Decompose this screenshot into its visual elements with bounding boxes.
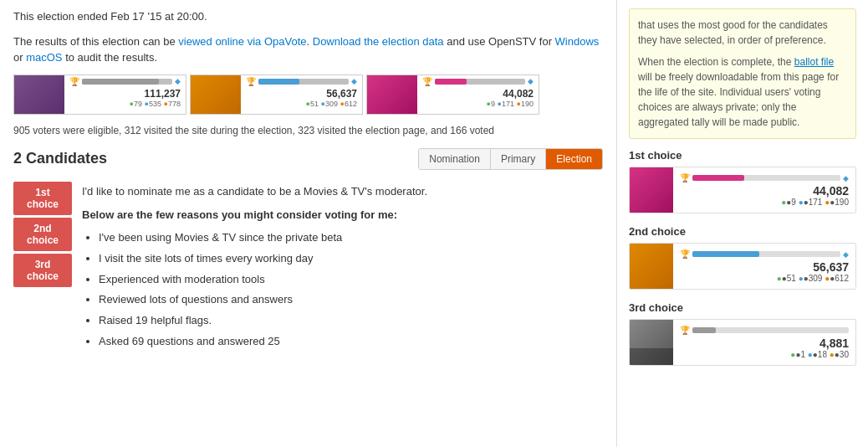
trophy-icon-2: 🏆 bbox=[680, 249, 690, 259]
reason-4: Reviewed lots of questions and answers bbox=[99, 291, 596, 309]
reason-1: I've been using Movies & TV since the pr… bbox=[99, 229, 596, 247]
candidate-avatar-3 bbox=[367, 75, 417, 115]
diamond-icon-1: ◆ bbox=[843, 174, 849, 182]
trophy-icon-3: 🏆 bbox=[680, 326, 690, 335]
reason-3: Experienced with moderation tools bbox=[99, 271, 596, 289]
candidate-detail: 1st choice 2nd choice 3rd choice I'd lik… bbox=[13, 180, 603, 357]
candidates-count: 2 Candidates bbox=[13, 150, 107, 167]
candidate-info-2: 🏆 ◆ 56,637 ●51 ●309 ●612 bbox=[241, 75, 362, 114]
reasons-list: I've been using Movies & TV since the pr… bbox=[99, 229, 596, 351]
candidate-card-3: 🏆 ◆ 44,082 ●9 ●171 ●190 bbox=[366, 74, 539, 115]
ballot-file-link[interactable]: ballot file bbox=[794, 56, 834, 68]
tab-election[interactable]: Election bbox=[546, 149, 602, 169]
candidate-card-1: 🏆 ◆ 111,237 ●79 ●535 ●778 bbox=[13, 74, 186, 115]
badge-1st-choice[interactable]: 1st choice bbox=[13, 182, 72, 215]
third-choice-label: 3rd choice bbox=[629, 301, 856, 314]
third-choice-avatar bbox=[630, 320, 673, 365]
third-choice-dots: ●●1 ●●18 ●●30 bbox=[680, 350, 849, 359]
reason-2: I visit the site lots of times every wor… bbox=[99, 250, 596, 268]
third-choice-body: 🏆 4,881 ●●1 ●●18 ●●30 bbox=[673, 322, 855, 362]
stats-text: 905 voters were eligible, 312 visited th… bbox=[13, 123, 603, 138]
third-choice-score: 4,881 bbox=[680, 337, 849, 350]
candidate-avatar-2 bbox=[191, 75, 241, 115]
second-choice-card: 🏆 ◆ 56,637 ●●51 ●●309 ●●612 bbox=[629, 243, 856, 290]
candidate-intro: I'd like to nominate me as a candidate t… bbox=[82, 183, 596, 201]
viewed-online-link[interactable]: viewed online via OpaVote bbox=[178, 35, 306, 48]
first-choice-card: 🏆 ◆ 44,082 ●●9 ●●171 ●●190 bbox=[629, 167, 856, 213]
macos-link[interactable]: macOS bbox=[26, 51, 62, 64]
election-ended-text: This election ended Feb 17 '15 at 20:00. bbox=[13, 8, 603, 25]
info-text-1: that uses the most good for the candidat… bbox=[638, 18, 847, 48]
first-choice-dots: ●●9 ●●171 ●●190 bbox=[680, 198, 849, 207]
candidate-dots-1: ●79 ●535 ●778 bbox=[69, 100, 181, 108]
second-choice-avatar bbox=[630, 244, 673, 289]
tab-nomination[interactable]: Nomination bbox=[419, 149, 491, 169]
candidate-info-3: 🏆 ◆ 44,082 ●9 ●171 ●190 bbox=[417, 75, 539, 114]
candidate-score-1: 111,237 bbox=[69, 88, 181, 100]
windows-link[interactable]: Windows bbox=[555, 35, 600, 48]
candidate-dots-2: ●51 ●309 ●612 bbox=[246, 100, 357, 108]
first-choice-avatar bbox=[630, 167, 673, 213]
trophy-icon-1: 🏆 bbox=[680, 173, 690, 182]
choice-badges: 1st choice 2nd choice 3rd choice bbox=[13, 180, 72, 357]
third-choice-section: 3rd choice 🏆 4,881 ●●1 ●●18 bbox=[629, 301, 856, 366]
second-choice-score: 56,637 bbox=[680, 260, 849, 274]
info-box: that uses the most good for the candidat… bbox=[629, 8, 856, 139]
candidate-info-1: 🏆 ◆ 111,237 ●79 ●535 ●778 bbox=[64, 75, 186, 114]
second-choice-section: 2nd choice 🏆 ◆ 56,637 ●●51 ●●309 bbox=[629, 225, 856, 290]
third-choice-card: 🏆 4,881 ●●1 ●●18 ●●30 bbox=[629, 319, 856, 366]
download-link[interactable]: Download the election data bbox=[313, 35, 444, 48]
candidate-score-2: 56,637 bbox=[246, 88, 357, 100]
first-choice-score: 44,082 bbox=[680, 184, 849, 198]
reasons-header: Below are the few reasons you might cons… bbox=[82, 208, 397, 221]
first-choice-body: 🏆 ◆ 44,082 ●●9 ●●171 ●●190 bbox=[673, 170, 855, 210]
first-choice-section: 1st choice 🏆 ◆ 44,082 ●●9 ●●171 bbox=[629, 149, 856, 213]
reason-5: Raised 19 helpful flags. bbox=[99, 312, 596, 330]
candidate-dots-3: ●9 ●171 ●190 bbox=[422, 100, 534, 108]
candidate-card-2: 🏆 ◆ 56,637 ●51 ●309 ●612 bbox=[190, 74, 363, 115]
results-text: The results of this election can be view… bbox=[13, 33, 603, 66]
badge-2nd-choice[interactable]: 2nd choice bbox=[13, 218, 72, 251]
second-choice-label: 2nd choice bbox=[629, 225, 856, 238]
candidate-avatar-1 bbox=[14, 75, 64, 115]
candidate-score-3: 44,082 bbox=[422, 88, 534, 100]
reason-6: Asked 69 questions and answered 25 bbox=[99, 333, 596, 351]
second-choice-body: 🏆 ◆ 56,637 ●●51 ●●309 ●●612 bbox=[673, 246, 855, 286]
candidate-text-body: I'd like to nominate me as a candidate t… bbox=[72, 180, 603, 357]
tab-primary[interactable]: Primary bbox=[491, 149, 546, 169]
tab-group: Nomination Primary Election bbox=[418, 148, 603, 170]
second-choice-dots: ●●51 ●●309 ●●612 bbox=[680, 274, 849, 283]
badge-3rd-choice[interactable]: 3rd choice bbox=[13, 254, 72, 287]
candidates-bar: 🏆 ◆ 111,237 ●79 ●535 ●778 bbox=[13, 74, 603, 115]
section-header: 2 Candidates Nomination Primary Election bbox=[13, 148, 603, 170]
first-choice-label: 1st choice bbox=[629, 149, 856, 162]
diamond-icon-2: ◆ bbox=[843, 250, 849, 259]
info-text-2: When the election is complete, the ballo… bbox=[638, 54, 847, 130]
